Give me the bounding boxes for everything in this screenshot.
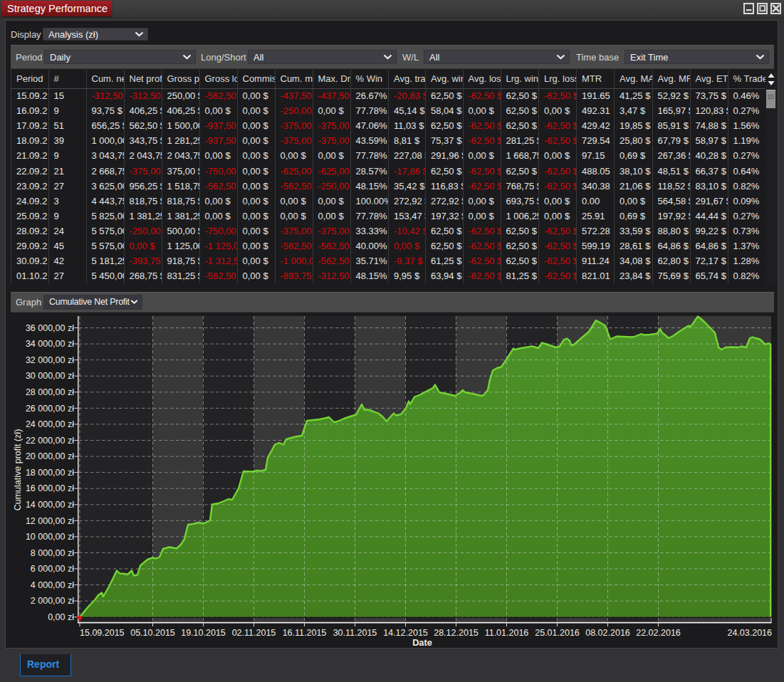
svg-text:05.10.2015: 05.10.2015 (130, 628, 175, 638)
svg-text:6 000,00 zł: 6 000,00 zł (31, 564, 74, 574)
svg-text:14 000,00 zł: 14 000,00 zł (26, 500, 74, 510)
svg-text:32 000,00 zł: 32 000,00 zł (26, 355, 74, 365)
svg-text:24.03.2016: 24.03.2016 (727, 628, 772, 638)
svg-text:4 000,00 zł: 4 000,00 zł (31, 580, 74, 590)
svg-text:Date: Date (412, 637, 432, 648)
svg-text:16 000,00 zł: 16 000,00 zł (26, 483, 74, 493)
svg-text:19.10.2015: 19.10.2015 (181, 628, 226, 638)
svg-text:15.09.2015: 15.09.2015 (80, 628, 125, 638)
svg-text:20 000,00 zł: 20 000,00 zł (26, 451, 74, 461)
svg-text:25.01.2016: 25.01.2016 (535, 628, 580, 638)
svg-text:0,00 zł: 0,00 zł (48, 612, 74, 622)
svg-text:10 000,00 zł: 10 000,00 zł (26, 532, 74, 542)
svg-text:16.11.2015: 16.11.2015 (283, 628, 327, 638)
svg-text:28 000,00 zł: 28 000,00 zł (26, 387, 74, 397)
svg-text:2 000,00 zł: 2 000,00 zł (31, 596, 74, 606)
svg-text:26 000,00 zł: 26 000,00 zł (26, 404, 74, 414)
svg-text:Cumulative profit (zł): Cumulative profit (zł) (13, 429, 23, 511)
svg-text:22 000,00 zł: 22 000,00 zł (26, 436, 74, 446)
svg-text:22.02.2016: 22.02.2016 (636, 628, 681, 638)
svg-text:08.02.2016: 08.02.2016 (585, 628, 630, 638)
svg-text:24 000,00 zł: 24 000,00 zł (26, 419, 74, 429)
svg-text:30 000,00 zł: 30 000,00 zł (26, 371, 74, 381)
svg-text:18 000,00 zł: 18 000,00 zł (26, 468, 74, 478)
svg-text:36 000,00 zł: 36 000,00 zł (26, 323, 74, 333)
svg-text:11.01.2016: 11.01.2016 (485, 628, 529, 638)
svg-text:02.11.2015: 02.11.2015 (232, 628, 276, 638)
svg-text:28.12.2015: 28.12.2015 (434, 628, 479, 638)
svg-text:30.11.2015: 30.11.2015 (333, 628, 377, 638)
svg-text:14.12.2015: 14.12.2015 (383, 628, 428, 638)
svg-text:12 000,00 zł: 12 000,00 zł (26, 516, 74, 526)
svg-text:8 000,00 zł: 8 000,00 zł (31, 548, 74, 558)
svg-text:34 000,00 zł: 34 000,00 zł (26, 339, 74, 349)
